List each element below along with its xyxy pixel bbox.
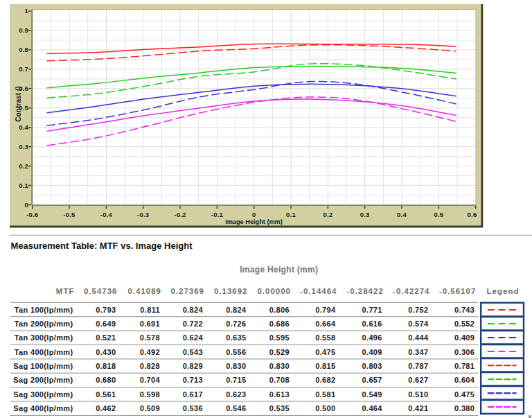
svg-text:0.409: 0.409 [454,333,475,342]
svg-text:0.552: 0.552 [454,320,475,328]
svg-text:1: 1 [25,7,29,15]
svg-text:0.604: 0.604 [454,376,475,384]
svg-text:0.3: 0.3 [360,211,370,218]
svg-text:0.613: 0.613 [269,390,290,399]
svg-text:0.818: 0.818 [96,362,116,370]
svg-text:0.811: 0.811 [140,306,160,314]
svg-text:0.691: 0.691 [140,320,160,328]
svg-text:0.623: 0.623 [226,390,246,399]
svg-text:0.581: 0.581 [315,390,335,399]
svg-text:0.794: 0.794 [315,306,336,314]
svg-text:Tan 200(lp/mm): Tan 200(lp/mm) [15,320,73,328]
svg-text:0.1: 0.1 [286,211,296,218]
svg-text:0.4: 0.4 [397,211,407,218]
svg-text:0.616: 0.616 [362,320,382,328]
svg-text:0.743: 0.743 [454,306,475,314]
svg-text:0.828: 0.828 [140,362,160,370]
svg-text:0.409: 0.409 [362,348,382,356]
svg-text:0.543: 0.543 [183,348,203,356]
svg-text:0.829: 0.829 [183,362,203,370]
svg-text:0.713: 0.713 [183,376,203,384]
svg-text:0.510: 0.510 [408,390,428,399]
svg-text:0: 0 [25,201,28,209]
svg-text:0.421: 0.421 [408,404,428,412]
svg-text:0.13692: 0.13692 [214,287,248,295]
svg-text:0.752: 0.752 [408,306,428,314]
svg-text:0.546: 0.546 [226,404,246,412]
svg-text:-0.3: -0.3 [137,211,149,218]
svg-text:0.578: 0.578 [140,333,160,342]
svg-text:Image Height (mm): Image Height (mm) [225,218,283,225]
svg-text:0.595: 0.595 [269,333,290,342]
svg-text:Sag 400(lp/mm): Sag 400(lp/mm) [13,404,73,412]
svg-text:Tan 300(lp/mm): Tan 300(lp/mm) [15,333,73,342]
svg-text:-0.2: -0.2 [174,211,186,218]
svg-text:0.558: 0.558 [315,333,335,342]
svg-text:0.2: 0.2 [323,211,332,218]
svg-text:0.521: 0.521 [96,333,116,342]
svg-text:0.803: 0.803 [362,362,382,370]
svg-text:0.500: 0.500 [315,404,335,412]
svg-text:Sag 200(lp/mm): Sag 200(lp/mm) [13,376,73,384]
svg-text:0.574: 0.574 [408,320,429,328]
svg-text:0.708: 0.708 [269,376,290,384]
svg-text:0.5: 0.5 [434,211,443,218]
svg-text:0.306: 0.306 [454,348,475,356]
svg-text:0.492: 0.492 [140,348,160,356]
svg-text:0.6: 0.6 [468,211,477,218]
svg-text:0.3: 0.3 [19,143,28,150]
svg-text:0.617: 0.617 [183,390,203,399]
svg-text:0.649: 0.649 [96,320,116,328]
svg-text:0.624: 0.624 [183,333,204,342]
svg-text:0.529: 0.529 [269,348,290,356]
svg-text:0.509: 0.509 [140,404,160,412]
svg-text:0.475: 0.475 [454,390,475,399]
svg-text:0.496: 0.496 [362,333,382,342]
svg-text:0.535: 0.535 [269,404,290,412]
svg-text:0.1: 0.1 [19,182,28,189]
svg-text:Sag 100(lp/mm): Sag 100(lp/mm) [13,362,73,370]
svg-text:0.635: 0.635 [226,333,246,342]
svg-text:-0.1: -0.1 [211,211,224,218]
svg-text:0.627: 0.627 [408,376,428,384]
svg-text:-0.14464: -0.14464 [300,287,337,295]
svg-text:0.830: 0.830 [226,362,246,370]
svg-text:0.475: 0.475 [315,348,335,356]
svg-text:Image Height (mm): Image Height (mm) [240,265,318,275]
svg-text:-0.4: -0.4 [100,211,113,218]
svg-text:0: 0 [252,211,256,218]
svg-text:0.771: 0.771 [362,306,382,314]
svg-text:-0.5: -0.5 [63,211,76,218]
svg-text:Tan 400(lp/mm): Tan 400(lp/mm) [15,348,73,356]
svg-text:0.657: 0.657 [362,376,382,384]
svg-text:Tan 100(lp/mm): Tan 100(lp/mm) [15,306,73,314]
svg-text:0.536: 0.536 [183,404,203,412]
svg-text:0.781: 0.781 [454,362,475,370]
svg-text:0.680: 0.680 [96,376,116,384]
svg-text:0.561: 0.561 [96,390,116,399]
svg-text:0.462: 0.462 [96,404,116,412]
svg-text:0.793: 0.793 [96,306,116,314]
svg-text:Legend: Legend [487,287,520,295]
svg-text:0.715: 0.715 [226,376,246,384]
svg-text:0.380: 0.380 [454,404,475,412]
svg-text:0.824: 0.824 [183,306,204,314]
svg-text:0.4: 0.4 [19,123,28,131]
svg-text:0.8: 0.8 [19,46,28,53]
svg-text:0.704: 0.704 [140,376,161,384]
svg-text:0.27369: 0.27369 [170,287,204,295]
svg-text:0.682: 0.682 [315,376,335,384]
svg-text:0.806: 0.806 [269,306,290,314]
svg-text:0.830: 0.830 [269,362,290,370]
svg-text:0.664: 0.664 [315,320,336,328]
svg-text:0.9: 0.9 [19,26,28,34]
svg-text:0.347: 0.347 [408,348,428,356]
svg-text:0.787: 0.787 [408,362,428,370]
svg-text:0.54736: 0.54736 [84,287,118,295]
svg-text:0.41089: 0.41089 [127,287,161,295]
svg-text:0.598: 0.598 [140,390,160,399]
svg-text:0.824: 0.824 [226,306,247,314]
svg-text:0.2: 0.2 [19,162,28,170]
svg-text:0.556: 0.556 [226,348,246,356]
svg-text:0.7: 0.7 [19,65,28,73]
